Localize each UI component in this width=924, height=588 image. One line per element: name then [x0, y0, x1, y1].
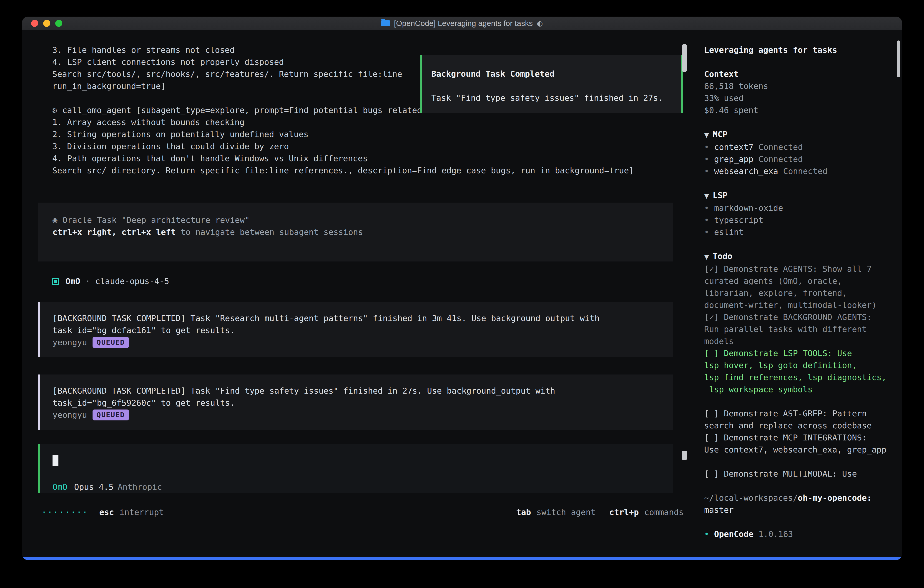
status-right-group: tab switch agent ctrl+p commands: [516, 506, 684, 518]
context-header: Context: [704, 68, 895, 80]
notification-title: Background Task Completed: [431, 68, 681, 80]
toast-notification: Background Task Completed Task "Find typ…: [421, 55, 683, 113]
chevron-down-icon: ▼: [704, 131, 709, 139]
lsp-item: •eslint: [704, 226, 895, 238]
spinner-dots: ········: [41, 506, 88, 518]
mcp-section-header[interactable]: ▼MCP: [704, 128, 895, 141]
close-button[interactable]: [31, 20, 38, 27]
input-agent-label: OmO: [53, 482, 67, 492]
agent-model: claude-opus-4-5: [95, 275, 169, 287]
chevron-down-icon: ▼: [704, 192, 709, 200]
oracle-task-title-line: ◉ Oracle Task "Deep architecture review": [53, 214, 673, 226]
todo-item: [ ] Demonstrate MCP INTEGRATIONS: Use co…: [704, 431, 895, 456]
sidebar-scrollbar-thumb[interactable]: [897, 40, 900, 77]
bullet-icon: •: [704, 154, 709, 164]
workspace-path: ~/local-workspaces/oh-my-opencode:: [704, 492, 895, 504]
lsp-item-name: typescript: [714, 215, 764, 225]
minimize-button[interactable]: [43, 20, 50, 27]
hint-keys: ctrl+x right, ctrl+x left: [53, 227, 176, 237]
agent-name: OmO: [66, 275, 80, 287]
version-row: •OpenCode1.0.163: [704, 528, 895, 540]
session-status-icon: ◐: [537, 19, 543, 27]
mcp-item-status: Connected: [783, 167, 827, 176]
todo-item: [ ] Demonstrate AST-GREP: Pattern search…: [704, 408, 895, 431]
esc-key-label: interrupt: [119, 506, 164, 518]
input-model-label: Opus 4.5: [74, 482, 114, 492]
mcp-header-label: MCP: [713, 130, 728, 139]
message-block: [BACKGROUND TASK COMPLETED] Task "Find t…: [38, 375, 673, 430]
chat-pane: 3. File handles or streams not closed 4.…: [22, 30, 690, 557]
zoom-button[interactable]: [55, 20, 62, 27]
main-scrollbar-thumb[interactable]: [682, 44, 687, 72]
cursor-line: [53, 454, 673, 466]
mcp-item-name: grep_app: [714, 154, 754, 164]
text-cursor: [53, 455, 58, 466]
lsp-item: •typescript: [704, 214, 895, 226]
bullet-icon: •: [704, 215, 709, 225]
gear-icon: ⚙: [52, 106, 57, 115]
input-meta: OmOOpus 4.5Anthropic: [53, 481, 673, 493]
chevron-down-icon: ▼: [704, 253, 709, 261]
bullet-icon: •: [704, 227, 709, 237]
lsp-item-name: markdown-oxide: [714, 203, 783, 213]
message-text: [BACKGROUND TASK COMPLETED] Task "Resear…: [53, 312, 664, 336]
prompt-input[interactable]: OmOOpus 4.5Anthropic: [38, 444, 673, 493]
agent-header: OmO · claude-opus-4-5: [52, 275, 690, 287]
session-sidebar: Leveraging agents for tasks Context 66,5…: [690, 30, 902, 557]
tool-call-tail: Search src/ directory. Return specific f…: [22, 164, 690, 177]
window-title: [OpenCode] Leveraging agents for tasks: [394, 19, 533, 28]
ctrlp-key-hint: ctrl+p: [609, 506, 639, 518]
session-title: Leveraging agents for tasks: [704, 44, 895, 56]
traffic-lights: [31, 17, 62, 30]
mcp-item: •context7Connected: [704, 141, 895, 153]
tool-call-list-item: 1. Array access without bounds checking: [22, 116, 690, 128]
mcp-item-name: context7: [714, 142, 754, 152]
esc-key-hint: esc: [99, 506, 114, 518]
mcp-item-status: Connected: [759, 142, 803, 152]
message-text: [BACKGROUND TASK COMPLETED] Task "Find t…: [53, 385, 664, 409]
folder-icon: [381, 20, 390, 26]
lsp-header-label: LSP: [713, 190, 728, 200]
bullet-icon: •: [704, 167, 709, 176]
lsp-item-name: eslint: [714, 227, 744, 237]
bullet-icon: •: [704, 529, 709, 538]
main-scrollbar-thumb-lower[interactable]: [682, 451, 687, 460]
todo-item: [ ] Demonstrate LSP TOOLS: Use lsp_hover…: [704, 347, 895, 395]
mcp-item: •websearch_exaConnected: [704, 165, 895, 177]
message-author: yeongyu: [53, 336, 87, 349]
window-title-group: [OpenCode] Leveraging agents for tasks ◐: [381, 19, 543, 28]
ctrlp-key-label: commands: [644, 506, 684, 518]
tool-call-list-item: 3. Division operations that could divide…: [22, 140, 690, 152]
context-spent: $0.46 spent: [704, 104, 895, 116]
message-author: yeongyu: [53, 409, 87, 421]
message-meta: yeongyu QUEUED: [53, 409, 664, 421]
workspace-path-prefix: ~/local-workspaces/: [704, 493, 798, 502]
status-bar: ········ esc interrupt tab switch agent …: [22, 506, 690, 518]
mcp-item: •grep_appConnected: [704, 153, 895, 165]
context-used: 33% used: [704, 92, 895, 104]
agent-icon: [52, 278, 59, 285]
window-accent-strip: [22, 557, 902, 560]
output-line: 3. File handles or streams not closed: [22, 44, 690, 56]
oracle-task-title: Oracle Task "Deep architecture review": [58, 215, 250, 225]
input-provider-label: Anthropic: [117, 482, 162, 492]
message-block: [BACKGROUND TASK COMPLETED] Task "Resear…: [38, 302, 673, 357]
tool-call-list-item: 4. Path operations that don't handle Win…: [22, 152, 690, 164]
message-meta: yeongyu QUEUED: [53, 336, 664, 349]
mcp-item-name: websearch_exa: [714, 167, 778, 176]
context-tokens: 66,518 tokens: [704, 80, 895, 92]
todo-header-label: Todo: [713, 251, 733, 261]
oracle-task-panel: ◉ Oracle Task "Deep architecture review"…: [38, 203, 673, 261]
todo-item: [✓] Demonstrate AGENTS: Show all 7 curat…: [704, 263, 895, 311]
todo-item: [✓] Demonstrate BACKGROUND AGENTS: Run p…: [704, 311, 895, 347]
app-version: 1.0.163: [759, 529, 793, 538]
separator-dot: ·: [85, 275, 90, 287]
lsp-section-header[interactable]: ▼LSP: [704, 189, 895, 202]
bullet-icon: •: [704, 142, 709, 152]
titlebar: [OpenCode] Leveraging agents for tasks ◐: [22, 17, 902, 30]
mcp-item-status: Connected: [759, 154, 803, 164]
terminal-window: [OpenCode] Leveraging agents for tasks ◐…: [22, 17, 902, 560]
notification-body: Task "Find type safety issues" finished …: [431, 92, 681, 104]
todo-item: [ ] Demonstrate MULTIMODAL: Use: [704, 468, 895, 480]
todo-section-header[interactable]: ▼Todo: [704, 250, 895, 263]
